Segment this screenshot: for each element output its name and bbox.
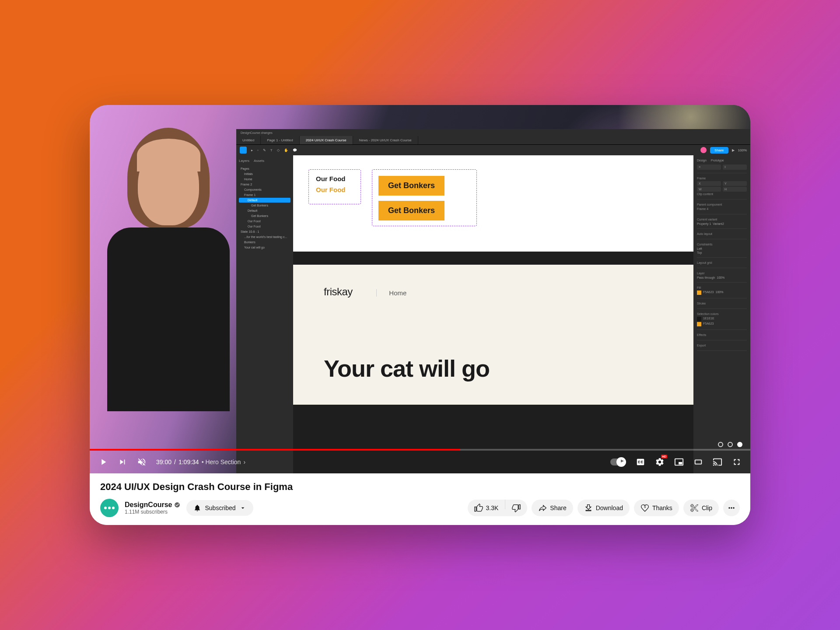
duration: 1:09:34 bbox=[178, 458, 199, 466]
share-icon bbox=[538, 504, 547, 512]
thumbs-up-icon bbox=[474, 504, 483, 512]
layer-item: Get Bonkers bbox=[239, 214, 290, 218]
figma-tab: Untitled bbox=[236, 136, 261, 144]
captions-icon[interactable] bbox=[636, 457, 645, 467]
autoplay-toggle[interactable] bbox=[610, 458, 626, 466]
settings-icon[interactable]: HD bbox=[655, 457, 665, 467]
miniplayer-icon[interactable] bbox=[674, 457, 684, 467]
figma-layers-panel: Layers Assets Pages Initials Home Frame … bbox=[236, 155, 293, 473]
layer-item: Your cat will go bbox=[239, 245, 290, 250]
thanks-icon: $ bbox=[640, 504, 649, 512]
brand-logo-text: friskay bbox=[324, 286, 353, 298]
layer-item: ...for the world's best tasting c... bbox=[239, 234, 290, 239]
theater-icon[interactable] bbox=[693, 457, 703, 467]
figma-tab: Page 1 - Untitled bbox=[261, 136, 300, 144]
layer-item-selected: Default bbox=[239, 198, 290, 203]
panel-label: Clip content bbox=[697, 192, 747, 196]
fullscreen-icon[interactable] bbox=[732, 457, 742, 467]
panel-label: Stroke bbox=[697, 302, 747, 305]
figma-window: DesignCourse changes Untitled Page 1 - U… bbox=[236, 129, 750, 473]
text-variant-default: Our Food bbox=[316, 175, 354, 182]
mute-icon[interactable] bbox=[137, 457, 147, 467]
layer-item: Components bbox=[239, 187, 290, 192]
thumbs-down-icon bbox=[512, 504, 521, 512]
like-button[interactable]: 3.3K bbox=[468, 500, 505, 516]
layer-item: Initials bbox=[239, 172, 290, 176]
dislike-button[interactable] bbox=[505, 500, 527, 516]
clip-button[interactable]: Clip bbox=[683, 500, 719, 516]
panel-label: Layer bbox=[697, 272, 747, 275]
panel-value: Variant2 bbox=[713, 222, 724, 225]
clip-icon bbox=[690, 504, 699, 512]
figma-artboard-components: Our Food Our Food Get Bonkers Get Bonker… bbox=[293, 155, 693, 252]
subscriber-count: 1.11M subscribers bbox=[125, 509, 180, 515]
download-icon bbox=[584, 504, 593, 512]
layer-item: Get Bonkers bbox=[239, 203, 290, 208]
layer-item: Our Food bbox=[239, 219, 290, 224]
layer-item: Default bbox=[239, 208, 290, 213]
action-buttons: 3.3K Share Download $ Thank bbox=[468, 500, 740, 516]
current-time: 39:00 bbox=[156, 458, 172, 466]
panel-label: Layout grid bbox=[697, 261, 747, 264]
panel-value: Frame 4 bbox=[697, 207, 747, 210]
assets-tab: Assets bbox=[254, 159, 264, 163]
channel-avatar[interactable] bbox=[100, 499, 119, 517]
design-tab: Design bbox=[697, 159, 707, 162]
layer-item: State 10-8 - 1 bbox=[239, 229, 290, 234]
panel-label: Property 1 bbox=[697, 222, 711, 225]
figma-canvas: Our Food Our Food Get Bonkers Get Bonker… bbox=[293, 155, 693, 473]
button-variant: Get Bonkers bbox=[378, 176, 444, 196]
panel-label: Parent component bbox=[697, 203, 747, 206]
panel-label: Export bbox=[697, 344, 747, 347]
verified-icon bbox=[174, 502, 180, 508]
component-button-group: Get Bonkers Get Bonkers bbox=[372, 169, 477, 226]
download-button[interactable]: Download bbox=[578, 500, 630, 516]
figma-toolbar: ▸▫✎T◇✋💬 Share ▶100% bbox=[236, 145, 750, 155]
panel-label: Frame bbox=[697, 177, 747, 180]
nav-link: Home bbox=[376, 289, 406, 297]
dot-icon bbox=[728, 442, 733, 447]
layers-tab: Layers bbox=[239, 159, 249, 163]
panel-label: Current variant bbox=[697, 218, 747, 221]
svg-text:$: $ bbox=[644, 505, 646, 508]
chapter-name[interactable]: Hero Section bbox=[205, 458, 241, 466]
channel-name[interactable]: DesignCourse bbox=[125, 501, 180, 509]
panel-label: Selection colors bbox=[697, 312, 747, 315]
play-icon[interactable] bbox=[98, 457, 108, 467]
next-icon[interactable] bbox=[118, 457, 127, 467]
share-button[interactable]: Share bbox=[532, 500, 573, 516]
channel-block: DesignCourse 1.11M subscribers Subscribe… bbox=[100, 499, 253, 517]
dot-icon-active bbox=[737, 442, 742, 447]
panel-label: Effects bbox=[697, 333, 747, 336]
layer-item: Our Food bbox=[239, 224, 290, 229]
video-info-bar: 2024 UI/UX Design Crash Course in Figma … bbox=[90, 473, 750, 525]
figma-tab-active: 2024 UI/UX Crash Course bbox=[300, 136, 353, 144]
video-area: DesignCourse changes Untitled Page 1 - U… bbox=[90, 105, 750, 473]
figma-share-button: Share bbox=[710, 147, 728, 154]
layer-item: Frame 2 bbox=[239, 182, 290, 187]
player-controls: 39:00 / 1:09:34 • Hero Section › HD bbox=[90, 449, 750, 473]
figma-title: DesignCourse changes bbox=[241, 131, 273, 134]
hero-heading: Your cat will go bbox=[324, 355, 663, 382]
layer-item: Bonkers bbox=[239, 240, 290, 245]
hd-badge: HD bbox=[661, 455, 667, 458]
thanks-button[interactable]: $ Thanks bbox=[634, 500, 679, 516]
button-variant: Get Bonkers bbox=[378, 201, 444, 220]
more-button[interactable] bbox=[723, 500, 740, 516]
layer-item: Pages bbox=[239, 166, 290, 171]
panel-value: Pass through bbox=[697, 276, 715, 279]
more-icon bbox=[727, 504, 736, 512]
component-text-group: Our Food Our Food bbox=[308, 169, 361, 204]
user-avatar-icon bbox=[700, 147, 707, 153]
bell-icon bbox=[193, 504, 201, 512]
chevron-right-icon[interactable]: › bbox=[243, 458, 245, 466]
text-variant-hover: Our Food bbox=[316, 186, 354, 193]
panel-label: Fill bbox=[697, 286, 747, 289]
progress-bar[interactable] bbox=[90, 449, 750, 451]
figma-logo-icon bbox=[240, 147, 247, 154]
chevron-down-icon bbox=[239, 504, 246, 511]
progress-fill bbox=[90, 449, 460, 451]
panel-value: Top bbox=[697, 251, 702, 254]
cast-icon[interactable] bbox=[713, 457, 722, 467]
subscribed-button[interactable]: Subscribed bbox=[186, 500, 253, 516]
